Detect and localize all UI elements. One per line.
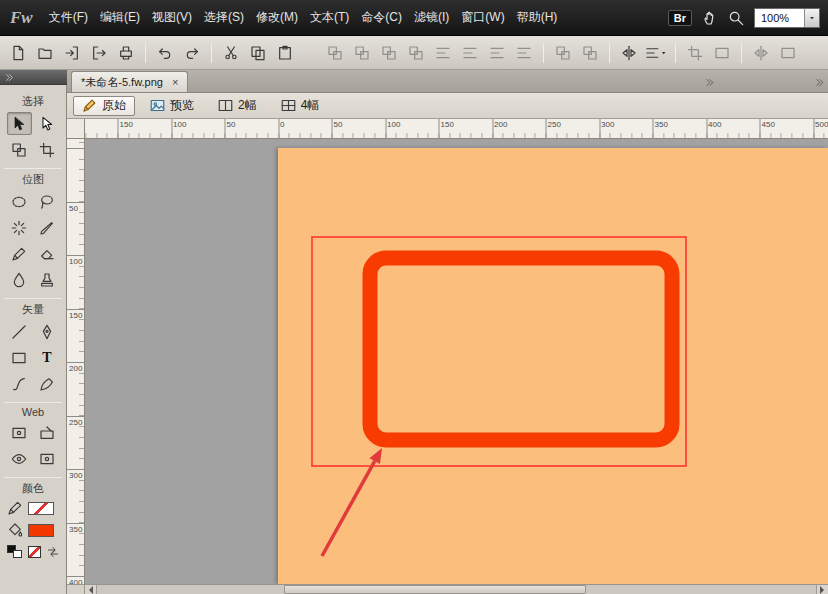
print-button[interactable] [114,41,138,65]
no-color-button[interactable] [28,546,41,558]
horizontal-scrollbar[interactable] [85,584,828,594]
align-right-button[interactable] [485,41,509,65]
new-document-button[interactable] [6,41,30,65]
menu-file[interactable]: 文件(F) [43,5,94,30]
line-tool[interactable] [7,320,32,343]
canvas-viewport[interactable] [85,139,828,584]
main-toolbar [0,36,828,70]
tools-section-select: 选择 [0,94,66,109]
group-button[interactable] [323,41,347,65]
align-left-button[interactable] [431,41,455,65]
menu-modify[interactable]: 修改(M) [250,5,304,30]
view-tab-2up-label: 2幅 [238,97,257,114]
pen-tool[interactable] [35,320,60,343]
view-tab-4up-label: 4幅 [301,97,320,114]
default-colors-button[interactable] [7,545,22,558]
hand-tool-button[interactable] [702,10,718,26]
vertical-ruler[interactable]: 50100150200250300350400 [67,139,85,584]
scroll-left-button[interactable] [85,585,97,594]
collapse-right-dock-button[interactable] [700,75,718,89]
scale-tool[interactable] [7,138,32,161]
fill-color-well[interactable] [28,524,54,537]
preview-mode-bar: 原始 预览 2幅 4幅 [67,93,828,119]
open-button[interactable] [33,41,57,65]
lasso-tool[interactable] [35,190,60,213]
collapse-far-dock-button[interactable] [810,75,828,89]
menu-view[interactable]: 视图(V) [146,5,198,30]
eraser-tool[interactable] [35,242,60,265]
zoom-level-select[interactable]: 100% [754,8,820,28]
menu-help[interactable]: 帮助(H) [511,5,564,30]
slice-tool[interactable] [35,421,60,444]
scrollbar-thumb[interactable] [284,585,586,594]
rectangle-tool[interactable] [7,346,32,369]
toolbar-separator [741,43,742,63]
scrollbar-track[interactable] [97,585,816,594]
menu-commands[interactable]: 命令(C) [355,5,408,30]
knife-tool[interactable] [35,372,60,395]
distribute-button[interactable] [512,41,536,65]
zoom-dropdown-arrow[interactable] [804,9,819,27]
rectangle-hotspot-tool[interactable] [7,421,32,444]
document-tab[interactable]: *未命名-5.fw.png × [71,71,188,92]
fit-canvas-button[interactable] [710,41,734,65]
subselection-tool[interactable] [35,112,60,135]
section-divider [4,298,62,299]
marquee-tool[interactable] [7,190,32,213]
horizontal-ruler[interactable]: 15010050050100150200250300350400450500 [85,119,828,139]
view-tab-4up[interactable]: 4幅 [272,96,329,116]
flip-horizontal-button[interactable] [749,41,773,65]
tools-section-colors: 颜色 [0,481,66,496]
ruler-corner [67,119,85,139]
menu-window[interactable]: 窗口(W) [455,5,510,30]
crop-document-button[interactable] [683,41,707,65]
swap-colors-button[interactable] [47,546,59,558]
numeric-transform-button[interactable] [776,41,800,65]
toolbar-separator [211,43,212,63]
copy-button[interactable] [246,41,270,65]
send-to-back-button[interactable] [404,41,428,65]
menu-edit[interactable]: 编辑(E) [94,5,146,30]
import-button[interactable] [60,41,84,65]
text-tool[interactable]: T [35,346,60,369]
stroke-color-well[interactable] [28,502,54,515]
menu-filters[interactable]: 滤镜(I) [408,5,455,30]
menu-text[interactable]: 文本(T) [304,5,355,30]
toolbar-separator [145,43,146,63]
paste-button[interactable] [273,41,297,65]
join-button[interactable] [551,41,575,65]
align-panel-button[interactable] [644,41,668,65]
view-tab-original[interactable]: 原始 [73,96,135,116]
view-tab-2up[interactable]: 2幅 [209,96,266,116]
freeform-tool[interactable] [7,372,32,395]
crop-tool[interactable] [35,138,60,161]
canvas-document[interactable] [278,148,828,584]
section-divider [4,402,62,403]
bridge-button[interactable]: Br [668,10,692,26]
toolbar-separator [543,43,544,63]
zoom-tool-button[interactable] [728,10,744,26]
rubber-stamp-tool[interactable] [35,268,60,291]
free-transform-button[interactable] [617,41,641,65]
blur-tool[interactable] [7,268,32,291]
brush-tool[interactable] [35,216,60,239]
pointer-tool[interactable] [7,112,32,135]
undo-button[interactable] [153,41,177,65]
collapse-panel-button[interactable] [4,73,14,82]
menu-select[interactable]: 选择(S) [198,5,250,30]
align-center-button[interactable] [458,41,482,65]
magic-wand-tool[interactable] [7,216,32,239]
redo-button[interactable] [180,41,204,65]
hide-hotspots-button[interactable] [7,447,32,470]
split-button[interactable] [578,41,602,65]
close-tab-button[interactable]: × [172,76,178,88]
export-button[interactable] [87,41,111,65]
view-tab-preview[interactable]: 预览 [141,96,203,116]
tools-section-vector: 矢量 [0,302,66,317]
cut-button[interactable] [219,41,243,65]
pencil-tool[interactable] [7,242,32,265]
show-hotspots-button[interactable] [35,447,60,470]
ungroup-button[interactable] [350,41,374,65]
bring-to-front-button[interactable] [377,41,401,65]
scroll-right-button[interactable] [816,585,828,594]
